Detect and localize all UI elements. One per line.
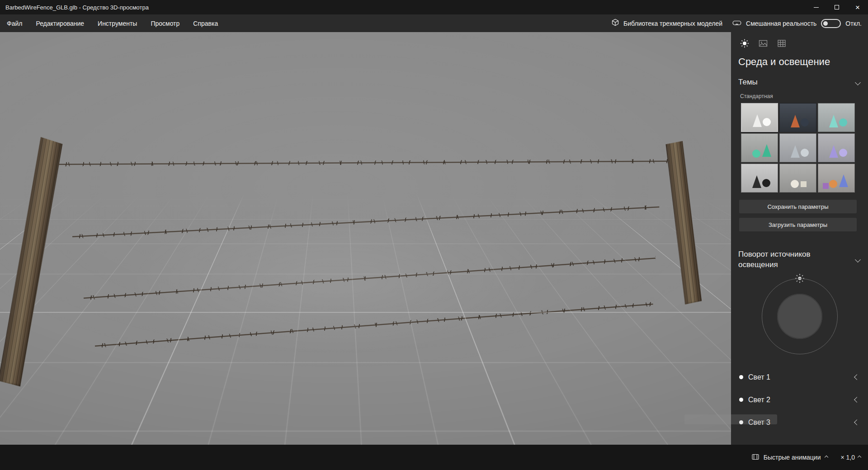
mixed-reality-label: Смешанная реальность <box>746 20 816 27</box>
maximize-icon <box>835 5 839 9</box>
theme-thumbnail-4[interactable] <box>741 133 778 162</box>
playback-speed-button[interactable]: × 1,0 <box>840 454 861 461</box>
save-settings-button[interactable]: Сохранить параметры <box>739 200 857 213</box>
menu-bar: ФайлРедактированиеИнструментыПросмотрСпр… <box>0 14 868 32</box>
fast-animations-label: Быстрые анимации <box>764 454 821 461</box>
light-indicator <box>739 375 743 379</box>
sphere-shape <box>763 118 771 126</box>
viewport-3d[interactable] <box>0 32 731 445</box>
cube-shape <box>823 183 829 189</box>
theme-thumbnail-9[interactable] <box>818 164 855 193</box>
fading-tooltip <box>684 414 777 424</box>
sphere-shape <box>801 118 809 127</box>
chevron-down-icon <box>855 80 861 85</box>
minimize-icon <box>814 7 819 8</box>
playback-controls: Быстрые анимации × 1,0 <box>752 453 861 462</box>
cone-shape <box>791 115 800 127</box>
theme-thumbnail-3[interactable] <box>818 103 855 132</box>
environment-panel: Среда и освещение Темы Стандартная Сохра… <box>731 32 868 445</box>
cone-shape <box>839 174 848 187</box>
playback-speed-value: × 1,0 <box>840 454 855 461</box>
chevron-up-icon <box>858 456 861 459</box>
cone-shape <box>791 145 800 158</box>
model-library-button[interactable]: Библиотека трехмерных моделей <box>611 19 722 28</box>
sphere-shape <box>839 149 847 157</box>
title-bar: BarbedWireFence_GLB.glb - Средство 3D-пр… <box>0 0 868 14</box>
model-library-label: Библиотека трехмерных моделей <box>623 20 722 27</box>
sphere-shape <box>762 179 770 187</box>
barbed-wire-1 <box>59 159 670 166</box>
theme-thumbnail-8[interactable] <box>779 164 816 193</box>
chevron-left-icon[interactable] <box>854 375 860 381</box>
menu-items: ФайлРедактированиеИнструментыПросмотрСпр… <box>0 14 225 32</box>
fast-animations-button[interactable]: Быстрые анимации <box>752 453 828 462</box>
chevron-left-icon[interactable] <box>854 397 860 403</box>
sphere-shape <box>791 180 799 188</box>
panel-tabs <box>739 32 861 50</box>
panel-title: Среда и освещение <box>738 56 861 68</box>
picture-icon <box>759 39 768 50</box>
menu-bar-right: Библиотека трехмерных моделей Смешанная … <box>611 19 868 28</box>
light-indicator <box>739 398 743 402</box>
theme-thumbnail-2[interactable] <box>779 103 816 132</box>
tab-environment-image[interactable] <box>758 39 769 50</box>
close-icon: × <box>855 4 860 11</box>
toggle-knob <box>823 21 828 26</box>
theme-grid <box>741 103 855 193</box>
menu-item-tools[interactable]: Инструменты <box>91 14 144 32</box>
film-icon <box>752 453 759 462</box>
light-row-1[interactable]: Свет 1 <box>738 366 861 389</box>
maximize-button[interactable] <box>826 0 847 14</box>
themes-label: Темы <box>738 78 758 87</box>
light-rotation-label: Поворот источников освещения <box>738 249 829 270</box>
cube-icon <box>611 19 619 28</box>
chevron-left-icon[interactable] <box>854 420 860 426</box>
themes-section-header[interactable]: Темы <box>738 78 861 87</box>
theme-group-label: Стандартная <box>740 93 861 99</box>
menu-item-view[interactable]: Просмотр <box>144 14 186 32</box>
window-controls: × <box>806 0 868 14</box>
cone-shape <box>752 175 761 188</box>
playback-bar: Быстрые анимации × 1,0 <box>0 445 868 470</box>
light-row-2[interactable]: Свет 2 <box>738 389 861 411</box>
cube-shape <box>801 181 807 187</box>
close-button[interactable]: × <box>847 0 868 14</box>
grid-icon <box>777 39 786 50</box>
light-label: Свет 2 <box>748 396 855 404</box>
theme-thumbnail-7[interactable] <box>741 164 778 193</box>
cone-shape <box>829 145 838 158</box>
cone-shape <box>753 114 762 127</box>
sphere-shape <box>839 118 847 127</box>
light-rotation-dial[interactable] <box>762 278 838 354</box>
menu-item-help[interactable]: Справка <box>186 14 225 32</box>
theme-thumbnail-1[interactable] <box>741 103 778 132</box>
tab-grid-views[interactable] <box>776 39 787 50</box>
theme-thumbnail-5[interactable] <box>779 133 816 162</box>
window-title: BarbedWireFence_GLB.glb - Средство 3D-пр… <box>5 4 806 11</box>
light-rotation-section-header[interactable]: Поворот источников освещения <box>738 249 861 270</box>
mixed-reality-toggle[interactable] <box>821 19 841 28</box>
menu-item-file[interactable]: Файл <box>0 14 29 32</box>
sphere-shape <box>829 180 837 188</box>
menu-item-edit[interactable]: Редактирование <box>29 14 91 32</box>
load-settings-button[interactable]: Загрузить параметры <box>739 218 857 231</box>
sphere-shape <box>752 150 760 158</box>
dial-knob[interactable] <box>777 294 822 339</box>
mixed-reality-group: Смешанная реальность Откл. <box>732 19 862 28</box>
chevron-up-icon <box>825 456 828 459</box>
mr-headset-icon <box>732 19 741 28</box>
light-label: Свет 1 <box>748 373 855 381</box>
chevron-down-icon <box>855 257 861 263</box>
3d-viewer-window: { "window": { "title": "BarbedWireFence_… <box>0 0 868 470</box>
minimize-button[interactable] <box>806 0 826 14</box>
tab-environment-lighting[interactable] <box>739 39 750 50</box>
mixed-reality-state: Откл. <box>845 20 862 27</box>
theme-thumbnail-6[interactable] <box>818 133 855 162</box>
sphere-shape <box>801 149 809 157</box>
cone-shape <box>829 115 838 127</box>
sun-icon <box>740 39 749 50</box>
cone-shape <box>762 144 771 157</box>
